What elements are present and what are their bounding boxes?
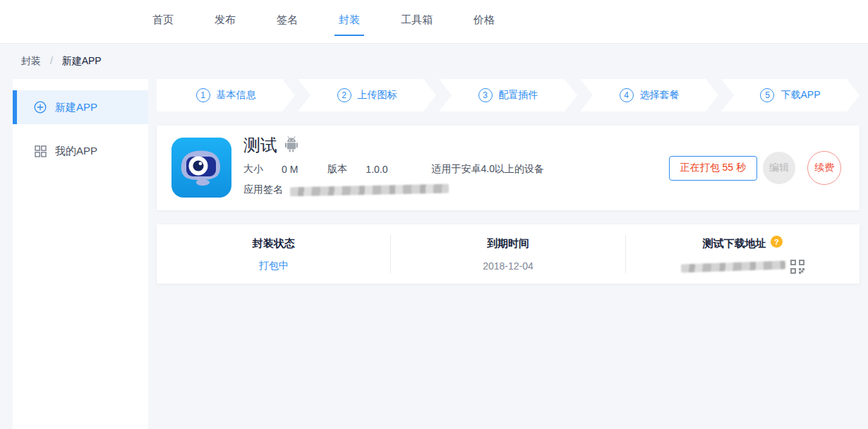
- expiry-date-header: 到期时间: [487, 237, 529, 250]
- status-col-package-state: 封装状态 打包中: [157, 237, 390, 272]
- sidebar: 新建APP 我的APP: [13, 79, 148, 429]
- size-label: 大小: [243, 163, 263, 176]
- breadcrumb-current: 新建APP: [62, 55, 102, 66]
- compatibility-text: 适用于安卓4.0以上的设备: [431, 163, 543, 176]
- nav-item-signature[interactable]: 签名: [272, 5, 302, 36]
- version-label: 版本: [327, 163, 347, 176]
- main-nav: 首页 发布 签名 封装 工具箱 价格: [0, 0, 868, 44]
- size-value: 0 M: [282, 164, 298, 175]
- app-card: 测试: [157, 126, 860, 210]
- package-state-value: 打包中: [259, 260, 289, 272]
- app-icon: [171, 138, 231, 198]
- sidebar-item-label: 新建APP: [55, 101, 97, 114]
- step-number-circle: 2: [337, 88, 351, 102]
- step-5-download-app: 5 下载APP: [721, 79, 860, 111]
- step-number-circle: 4: [620, 88, 634, 102]
- nav-item-toolbox[interactable]: 工具箱: [397, 5, 437, 36]
- nav-item-publish[interactable]: 发布: [210, 5, 240, 36]
- step-4-choose-plan: 4 选择套餐: [580, 79, 718, 111]
- app-info: 测试: [243, 134, 544, 196]
- top-header: 首页 发布 签名 封装 工具箱 价格: [0, 0, 868, 44]
- steps-bar: 1 基本信息 2 上传图标 3 配置插件 4 选择套餐 5 下载APP: [157, 79, 860, 111]
- download-url-header: 测试下载地址: [703, 237, 766, 250]
- step-number-circle: 5: [760, 88, 774, 102]
- step-label: 下载APP: [780, 89, 820, 102]
- step-label: 配置插件: [499, 89, 538, 102]
- redacted-download-url[interactable]: [681, 260, 785, 272]
- grid-icon: [34, 145, 47, 157]
- qr-code-icon[interactable]: [790, 260, 804, 274]
- packing-status-button[interactable]: 正在打包 55 秒: [669, 156, 757, 181]
- step-number-circle: 1: [196, 88, 210, 102]
- nav-item-home[interactable]: 首页: [148, 5, 178, 36]
- question-coin-icon[interactable]: ?: [771, 236, 783, 248]
- breadcrumb: 封装 / 新建APP: [21, 55, 102, 68]
- status-card: 封装状态 打包中 到期时间 2018-12-04 测试下载地址 ?: [157, 224, 860, 284]
- status-col-download-url: 测试下载地址 ?: [626, 236, 860, 272]
- step-label: 基本信息: [217, 89, 256, 102]
- sidebar-item-new-app[interactable]: 新建APP: [13, 90, 148, 124]
- step-2-upload-icon: 2 上传图标: [298, 79, 436, 111]
- step-number-circle: 3: [478, 88, 493, 102]
- app-card-actions: 正在打包 55 秒 编辑 续费: [669, 151, 841, 185]
- breadcrumb-separator: /: [50, 55, 53, 66]
- step-label: 选择套餐: [640, 89, 680, 102]
- step-1-basic-info: 1 基本信息: [157, 79, 295, 111]
- step-3-configure-plugins: 3 配置插件: [439, 79, 577, 111]
- app-packaging-page: 首页 发布 签名 封装 工具箱 价格 封装 / 新建APP 新建APP: [0, 0, 868, 429]
- breadcrumb-section[interactable]: 封装: [21, 55, 41, 66]
- status-col-expiry-date: 到期时间 2018-12-04: [391, 237, 625, 272]
- renew-button[interactable]: 续费: [807, 151, 841, 185]
- nav-item-package[interactable]: 封装: [334, 5, 364, 36]
- sidebar-item-label: 我的APP: [55, 145, 97, 158]
- nav-item-price[interactable]: 价格: [469, 5, 499, 36]
- step-label: 上传图标: [358, 89, 397, 102]
- android-icon: [284, 136, 299, 155]
- package-state-header: 封装状态: [253, 237, 295, 250]
- redacted-signature-value: [290, 183, 449, 196]
- version-value: 1.0.0: [366, 164, 387, 175]
- edit-button[interactable]: 编辑: [763, 152, 795, 184]
- signature-label: 应用签名: [243, 183, 283, 196]
- plus-circle-icon: [34, 101, 47, 114]
- sidebar-item-my-app[interactable]: 我的APP: [13, 134, 148, 168]
- expiry-date-value: 2018-12-04: [483, 260, 534, 272]
- app-title: 测试: [243, 135, 277, 155]
- main-content: 1 基本信息 2 上传图标 3 配置插件 4 选择套餐 5 下载APP: [157, 79, 860, 429]
